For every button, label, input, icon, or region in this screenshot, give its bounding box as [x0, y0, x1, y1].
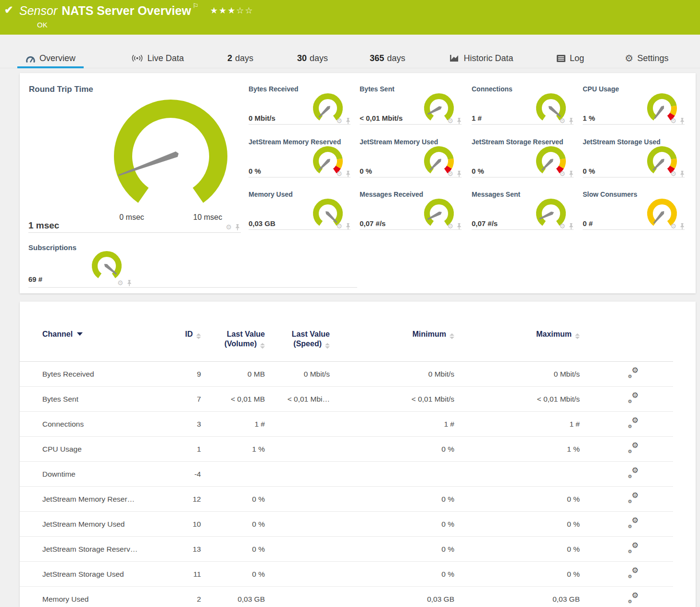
gauge-settings-gear-icon[interactable]: ⚙ — [559, 223, 565, 229]
tab-label: Settings — [637, 53, 668, 63]
cell-minimum: 0 % — [330, 570, 454, 579]
gauge-settings-gear-icon[interactable]: ⚙ — [670, 170, 676, 177]
cell-channel: JetStream Storage Reserv… — [42, 545, 177, 554]
gauge-settings-gear-icon[interactable]: ⚙ — [336, 223, 342, 229]
channel-settings-gears-icon[interactable]: ⚙⚙ — [627, 468, 639, 479]
gauge-needle — [652, 158, 665, 171]
gauge-cell-jetstream-memory-used[interactable]: JetStream Memory Used0 %⚙ — [360, 138, 462, 177]
gauge-settings-gear-icon[interactable]: ⚙ — [336, 170, 342, 177]
pin-icon[interactable] — [235, 224, 240, 230]
channel-settings-gears-icon[interactable]: ⚙⚙ — [627, 568, 639, 579]
gauge-settings-gear-icon[interactable]: ⚙ — [447, 223, 453, 229]
gauge-settings-gear-icon[interactable]: ⚙ — [670, 223, 676, 229]
tab-30-days[interactable]: 30days — [286, 48, 339, 68]
tab-bar: OverviewLive Data2days30days365daysHisto… — [0, 48, 700, 68]
gauge-cell-cpu-usage[interactable]: CPU Usage1 %⚙ — [583, 85, 685, 125]
gauge-settings-gear-icon[interactable]: ⚙ — [336, 117, 342, 124]
pin-icon[interactable] — [569, 118, 574, 124]
gauge-cell-memory-used[interactable]: Memory Used0,03 GB⚙ — [249, 190, 350, 230]
column-header-last-value-speed[interactable]: Last Value (Speed) — [265, 329, 330, 349]
priority-flag-icon[interactable]: ⚐ — [192, 2, 199, 10]
tab-365-days[interactable]: 365days — [359, 48, 416, 68]
gauge-settings-gear-icon[interactable]: ⚙ — [225, 224, 232, 230]
channel-settings-gears-icon[interactable]: ⚙⚙ — [627, 443, 639, 454]
cell-maximum: 0 Mbit/s — [454, 370, 580, 379]
gauge-cell-bytes-sent[interactable]: Bytes Sent< 0,01 Mbit/s⚙ — [360, 85, 462, 125]
channel-settings-gears-icon[interactable]: ⚙⚙ — [627, 518, 639, 529]
tab-2-days[interactable]: 2days — [214, 48, 266, 68]
gauge-cell-bytes-received[interactable]: Bytes Received0 Mbit/s⚙ — [249, 85, 350, 125]
cell-last-value-volume: 0,03 GB — [201, 595, 265, 604]
gauge-cell-messages-received[interactable]: Messages Received0,07 #/s⚙ — [360, 190, 462, 230]
gauge-cell-messages-sent[interactable]: Messages Sent0,07 #/s⚙ — [472, 190, 574, 230]
pin-icon[interactable] — [457, 223, 462, 229]
gauge-settings-gear-icon[interactable]: ⚙ — [447, 170, 453, 177]
tab-historic-data[interactable]: Historic Data — [436, 48, 527, 68]
pin-icon[interactable] — [680, 171, 685, 177]
tab-overview[interactable]: Overview — [17, 48, 84, 68]
column-header-channel[interactable]: Channel — [42, 329, 177, 349]
gauge-settings-gear-icon[interactable]: ⚙ — [447, 117, 453, 124]
status-check-icon: ✔ — [4, 4, 13, 16]
channel-settings-gears-icon[interactable]: ⚙⚙ — [627, 393, 639, 404]
gauge-cell-connections[interactable]: Connections1 #⚙ — [472, 85, 574, 125]
gauge-cell-subscriptions[interactable]: Subscriptions 69 # ⚙ — [28, 242, 357, 288]
gear-icon: ⚙ — [625, 52, 634, 64]
column-header-last-value-volume[interactable]: Last Value (Volume) — [201, 329, 265, 349]
pin-icon[interactable] — [569, 171, 574, 177]
cell-channel: Bytes Received — [42, 370, 177, 379]
gauge-settings-gear-icon[interactable]: ⚙ — [117, 279, 124, 286]
tab-live-data[interactable]: Live Data — [124, 48, 191, 68]
gauge-cell-slow-consumers[interactable]: Slow Consumers0 #⚙ — [583, 190, 685, 230]
gauge-arc — [84, 250, 130, 281]
column-header-id[interactable]: ID — [177, 329, 201, 349]
cell-maximum: 0,03 GB — [454, 595, 580, 604]
cell-channel: CPU Usage — [42, 445, 177, 454]
tab-number: 365 — [370, 53, 384, 63]
gauge-value: 0,07 #/s — [472, 219, 498, 228]
gauge-cell-jetstream-storage-used[interactable]: JetStream Storage Used0 %⚙ — [583, 138, 685, 177]
round-trip-time-gauge[interactable] — [101, 98, 240, 213]
channel-settings-gears-icon[interactable]: ⚙⚙ — [627, 593, 639, 604]
channel-settings-gears-icon[interactable]: ⚙⚙ — [627, 418, 639, 429]
tab-settings[interactable]: ⚙Settings — [615, 48, 678, 68]
pin-icon[interactable] — [680, 118, 685, 124]
cell-id: 1 — [177, 445, 201, 454]
gauge-settings-gear-icon[interactable]: ⚙ — [670, 117, 676, 124]
pin-icon[interactable] — [127, 280, 132, 286]
gauge-value: 1 # — [472, 114, 482, 122]
gauge-settings-gear-icon[interactable]: ⚙ — [559, 170, 565, 177]
gauge-settings-gear-icon[interactable]: ⚙ — [559, 117, 565, 124]
subscriptions-gauge[interactable] — [84, 250, 130, 283]
channel-settings-gears-icon[interactable]: ⚙⚙ — [627, 493, 639, 504]
gauge-value: 1 % — [583, 114, 595, 122]
gauge-needle — [318, 158, 331, 171]
column-header-minimum[interactable]: Minimum — [330, 329, 454, 349]
column-header-maximum[interactable]: Maximum — [454, 329, 580, 349]
tab-label: days — [310, 53, 328, 63]
pin-icon[interactable] — [680, 223, 685, 229]
gauge-cell-jetstream-storage-reserved[interactable]: JetStream Storage Reserved0 %⚙ — [472, 138, 574, 177]
cell-last-value-volume: < 0,01 MB — [201, 395, 265, 404]
tab-log[interactable]: Log — [546, 48, 594, 68]
gauge-needle — [325, 211, 338, 224]
channel-settings-gears-icon[interactable]: ⚙⚙ — [627, 543, 639, 554]
channel-settings-gears-icon[interactable]: ⚙⚙ — [627, 368, 639, 379]
pin-icon[interactable] — [457, 171, 462, 177]
gauge-value: 0 % — [360, 167, 372, 175]
pin-icon[interactable] — [346, 223, 350, 229]
gauge-title: CPU Usage — [583, 85, 619, 93]
cell-channel: JetStream Storage Used — [42, 570, 177, 579]
gauge-cell-round-trip-time[interactable]: Round Trip Time 0 msec 10 msec 1 msec ⚙ — [28, 80, 241, 233]
gauge-cell-jetstream-memory-reserved[interactable]: JetStream Memory Reserved0 %⚙ — [249, 138, 350, 177]
cell-minimum: 0 % — [330, 445, 454, 454]
pin-icon[interactable] — [346, 118, 350, 124]
pin-icon[interactable] — [569, 223, 574, 229]
gauge-title: Connections — [472, 85, 512, 93]
priority-stars[interactable]: ★★★☆☆ — [210, 6, 254, 15]
pin-icon[interactable] — [346, 171, 350, 177]
gauge-needle — [318, 105, 331, 118]
cell-id: 10 — [177, 520, 201, 529]
pin-icon[interactable] — [457, 118, 462, 124]
sort-desc-caret-icon — [77, 332, 83, 336]
